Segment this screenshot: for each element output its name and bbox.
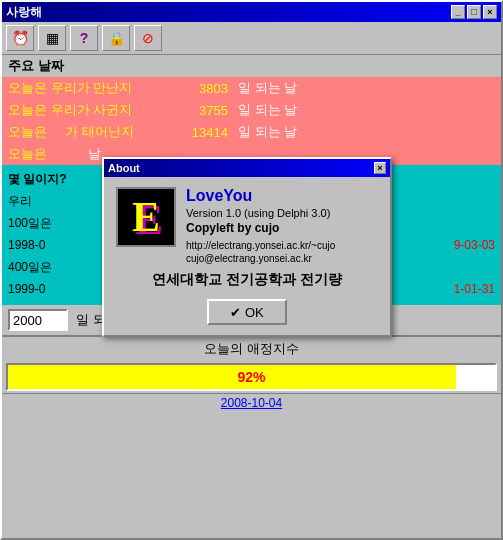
- section-header: 주요 날짜: [2, 55, 501, 77]
- logo-e-icon: E: [132, 193, 160, 241]
- dialog-close-button[interactable]: ×: [374, 162, 386, 174]
- url-line-1: http://electrang.yonsei.ac.kr/~cujo: [186, 239, 378, 252]
- date-label-2: 오늘은 우리가 사귄지: [8, 101, 168, 119]
- love-section: 오늘의 애정지수 92% 2008-10-04: [2, 335, 501, 412]
- query-label: 몇 일이지?: [8, 171, 67, 188]
- date-row-3: 오늘은 가 태어난지 13414 일 되는 날: [2, 121, 501, 143]
- date-row-1: 오늘은 우리가 만난지 3803 일 되는 날: [2, 77, 501, 99]
- dialog-title: About: [108, 162, 140, 174]
- title-bar: 사랑해 _ □ ×: [2, 2, 501, 22]
- main-window: 사랑해 _ □ × ⏰ ▦ ? 🔒 ⊘ 주요 날짜 오늘은 우리가 만난지 38…: [0, 0, 503, 540]
- query-right-4: 1-01-31: [454, 282, 495, 296]
- app-title: LoveYou: [186, 187, 378, 205]
- query-left-3: 400일은: [8, 259, 52, 276]
- query-right-2: 9-03-03: [454, 238, 495, 252]
- cancel-button[interactable]: ⊘: [134, 25, 162, 51]
- toolbar: ⏰ ▦ ? 🔒 ⊘: [2, 22, 501, 55]
- window-title: 사랑해: [6, 4, 42, 21]
- date-rows-section: 오늘은 우리가 만난지 3803 일 되는 날 오늘은 우리가 사귄지 3755…: [2, 77, 501, 165]
- query-left-1: 100일은: [8, 215, 52, 232]
- progress-bar: 92%: [6, 363, 497, 391]
- url-line-2: cujo@electrang.yonsei.ac.kr: [186, 252, 378, 265]
- minimize-button[interactable]: _: [451, 5, 465, 19]
- progress-text: 92%: [8, 369, 495, 385]
- ok-button[interactable]: ✔ OK: [207, 299, 287, 325]
- date-number-3: 13414: [168, 125, 228, 140]
- date-label-1: 오늘은 우리가 만난지: [8, 79, 168, 97]
- date-suffix-1: 일 되는 날: [238, 79, 297, 97]
- date-number-2: 3755: [168, 103, 228, 118]
- bottom-date[interactable]: 2008-10-04: [2, 393, 501, 412]
- help-button[interactable]: ?: [70, 25, 98, 51]
- query-left-4: 1999-0: [8, 282, 45, 296]
- copyright-line: Copyleft by cujo: [186, 221, 378, 235]
- calendar-button[interactable]: ▦: [38, 25, 66, 51]
- dialog-info: LoveYou Version 1.0 (using Delphi 3.0) C…: [186, 187, 378, 265]
- date-row-2: 오늘은 우리가 사귄지 3755 일 되는 날: [2, 99, 501, 121]
- maximize-button[interactable]: □: [467, 5, 481, 19]
- date-label-3: 오늘은 가 태어난지: [8, 123, 168, 141]
- lock-button[interactable]: 🔒: [102, 25, 130, 51]
- date-label-4: 오늘은: [8, 145, 88, 163]
- dialog-header-row: E LoveYou Version 1.0 (using Delphi 3.0)…: [116, 187, 378, 265]
- dialog-title-bar: About ×: [104, 159, 390, 177]
- title-bar-buttons: _ □ ×: [451, 5, 497, 19]
- version-line: Version 1.0 (using Delphi 3.0): [186, 207, 378, 219]
- date-suffix-2: 일 되는 날: [238, 101, 297, 119]
- about-dialog: About × E LoveYou Version 1.0 (using Del…: [102, 157, 392, 337]
- close-button[interactable]: ×: [483, 5, 497, 19]
- dialog-logo: E: [116, 187, 176, 247]
- year-input[interactable]: [8, 309, 68, 331]
- love-label: 오늘의 애정지수: [2, 337, 501, 361]
- date-number-1: 3803: [168, 81, 228, 96]
- date-suffix-3: 일 되는 날: [238, 123, 297, 141]
- alarm-button[interactable]: ⏰: [6, 25, 34, 51]
- date-suffix-4: 날: [88, 145, 101, 163]
- dialog-content: E LoveYou Version 1.0 (using Delphi 3.0)…: [104, 177, 390, 335]
- university-line: 연세대학교 전기공학과 전기량: [116, 271, 378, 289]
- query-left-2: 1998-0: [8, 238, 45, 252]
- query-sub-label: 우리: [8, 193, 32, 210]
